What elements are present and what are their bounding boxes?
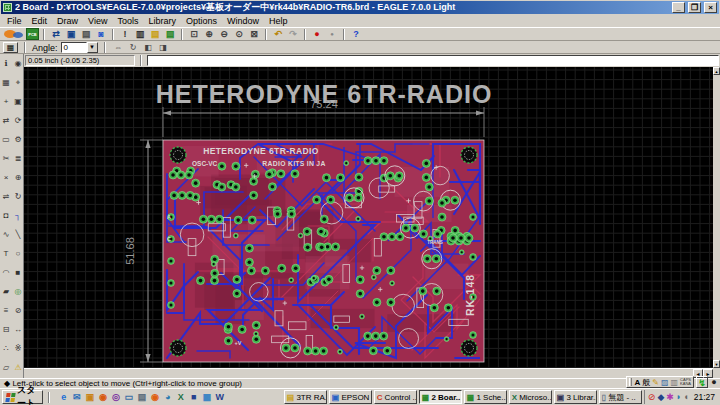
display-tray-icon[interactable]: ◖ (683, 391, 688, 404)
group-tool[interactable]: ▭ (0, 130, 12, 149)
text-tool[interactable]: T (0, 244, 12, 263)
menu-help[interactable]: Help (264, 15, 293, 27)
maximize-button[interactable]: ❐ (688, 2, 701, 13)
change-tool[interactable]: ⚙ (12, 130, 24, 149)
signal-tool[interactable]: ≡ (0, 301, 12, 320)
security-tray-icon[interactable]: ✱ (666, 391, 674, 404)
menu-view[interactable]: View (83, 15, 112, 27)
open-icon[interactable]: ⇄ (49, 28, 63, 40)
task-epson[interactable]: ▣EPSON .. (329, 390, 372, 404)
via-tool[interactable]: ◎ (12, 282, 24, 301)
replace-tool[interactable]: ↻ (12, 187, 24, 206)
excel-icon[interactable]: X (175, 391, 187, 404)
pcb-service-icon[interactable]: PCB (26, 28, 39, 40)
move-tool[interactable]: + (0, 92, 12, 111)
info-tool[interactable]: ℹ (0, 54, 12, 73)
rect-tool[interactable]: ■ (12, 263, 24, 282)
board-sheet-icon[interactable]: ▤ (163, 28, 177, 40)
show-tool[interactable]: ◉ (12, 54, 24, 73)
ime-grip[interactable] (629, 378, 632, 386)
show-desktop-icon[interactable]: ▭ (123, 391, 135, 404)
ime-conversion-mode[interactable]: 般 (642, 377, 650, 388)
design-link-logo[interactable] (3, 28, 25, 40)
scheduler-tray-icon[interactable]: ◆ (657, 391, 664, 404)
schematic-sheet-icon[interactable]: ▤ (148, 28, 162, 40)
ulp-icon[interactable]: ! (118, 28, 132, 40)
task-schematic[interactable]: ▦1 Sche.. (464, 390, 507, 404)
paste-tool[interactable]: ≣ (12, 149, 24, 168)
stop-icon[interactable]: ● (310, 28, 324, 40)
rotate-tool[interactable]: ⟳ (12, 111, 24, 130)
task-library[interactable]: ▣3 Librar.. (554, 390, 597, 404)
task-control[interactable]: CControl .. (374, 390, 417, 404)
polygon-tool[interactable]: ▰ (0, 282, 12, 301)
wire-tool[interactable]: ╲ (12, 225, 24, 244)
errors-tool[interactable]: ⚠ (12, 358, 24, 377)
layer-settings-icon[interactable]: ▥ (133, 28, 147, 40)
bolt-icon[interactable]: ↯ (696, 376, 708, 388)
pictures-icon[interactable]: ▣ (84, 391, 96, 404)
vertical-scrollbar[interactable]: ▲ ▼ (713, 67, 720, 368)
save-icon[interactable]: ▣ (64, 28, 78, 40)
ie-icon[interactable]: e (58, 391, 70, 404)
ime-input-mode[interactable]: A (634, 378, 640, 387)
go-icon[interactable]: ● (325, 28, 339, 40)
photo-viewer-icon[interactable]: ▦ (201, 391, 213, 404)
horizontal-scrollbar[interactable]: ◄ ► (24, 368, 713, 378)
close-button[interactable]: × (704, 2, 717, 13)
lock-tool[interactable]: ◘ (0, 206, 12, 225)
autoroute-tool[interactable]: ※ (12, 339, 24, 358)
command-input[interactable] (147, 55, 719, 66)
route-tool[interactable]: ┐ (12, 206, 24, 225)
circle-tool[interactable]: ○ (12, 244, 24, 263)
flip-vertical-button[interactable]: ◨ (157, 42, 170, 53)
mark-tool[interactable]: ⌖ (12, 73, 24, 92)
word-icon[interactable]: W (214, 391, 226, 404)
ratsnest-tool[interactable]: ∴ (0, 339, 12, 358)
copy-tool[interactable]: ▣ (12, 92, 24, 111)
zoom-fit-icon[interactable]: ⊡ (187, 28, 201, 40)
minimize-button[interactable]: _ (672, 2, 685, 13)
pinswap-tool[interactable]: ⇌ (0, 187, 12, 206)
print-icon[interactable]: ▤ (79, 28, 93, 40)
ime-pad-icon[interactable]: ▥ (671, 378, 679, 387)
cd-player-icon[interactable]: ◎ (110, 391, 122, 404)
redo-icon[interactable]: ↷ (286, 28, 300, 40)
delete-tool[interactable]: × (0, 168, 12, 187)
board-canvas[interactable]: HETERODYNE 6TR-RADIO75.2451.68HETERODYNE… (24, 67, 713, 368)
menu-tools[interactable]: Tools (112, 15, 143, 27)
task-board[interactable]: ▦2 Boar.. (419, 390, 462, 404)
task-3tr-ra[interactable]: ▤3TR RA.. (284, 390, 327, 404)
menu-library[interactable]: Library (143, 15, 181, 27)
menu-edit[interactable]: Edit (27, 15, 53, 27)
zoom-in-icon[interactable]: ⊕ (202, 28, 216, 40)
dimension-tool[interactable]: ↔ (12, 320, 24, 339)
arc-tool[interactable]: ◠ (0, 263, 12, 282)
zoom-redraw-icon[interactable]: ⊙ (232, 28, 246, 40)
media-player-icon[interactable]: ◉ (97, 391, 109, 404)
task-notepad[interactable]: ▯無題 - .. (599, 390, 642, 404)
menu-file[interactable]: File (2, 15, 27, 27)
scroll-down-icon[interactable]: ▼ (713, 360, 720, 368)
display-tool[interactable]: ▦ (0, 73, 12, 92)
ime-language-bar[interactable]: A 般 ✎ ▨ ▥ CAPS KANA (626, 376, 694, 388)
my-computer-icon[interactable]: ▤ (136, 391, 148, 404)
attribute-tool[interactable]: ⊟ (0, 320, 12, 339)
undo-icon[interactable]: ↶ (271, 28, 285, 40)
start-button[interactable]: スタート (2, 390, 43, 404)
status-orb-icon[interactable]: ● (708, 376, 720, 388)
menu-options[interactable]: Options (181, 15, 222, 27)
hole-tool[interactable]: ⊘ (12, 301, 24, 320)
zoom-select-icon[interactable]: ⊠ (247, 28, 261, 40)
spin-button[interactable]: ↻ (127, 42, 140, 53)
network-tray-icon[interactable]: ◗ (676, 391, 681, 404)
add-tool[interactable]: ⊕ (12, 168, 24, 187)
grid-button[interactable]: ▦ (3, 42, 18, 53)
cut-tool[interactable]: ✂ (0, 149, 12, 168)
help-icon[interactable]: ? (349, 28, 363, 40)
ripup-tool[interactable]: ∿ (0, 225, 12, 244)
firefox-icon[interactable]: ◉ (149, 391, 161, 404)
menu-window[interactable]: Window (222, 15, 264, 27)
angle-dropdown[interactable]: 0 ▼ (61, 42, 98, 53)
ime-panel-icon[interactable]: ▨ (661, 378, 669, 387)
